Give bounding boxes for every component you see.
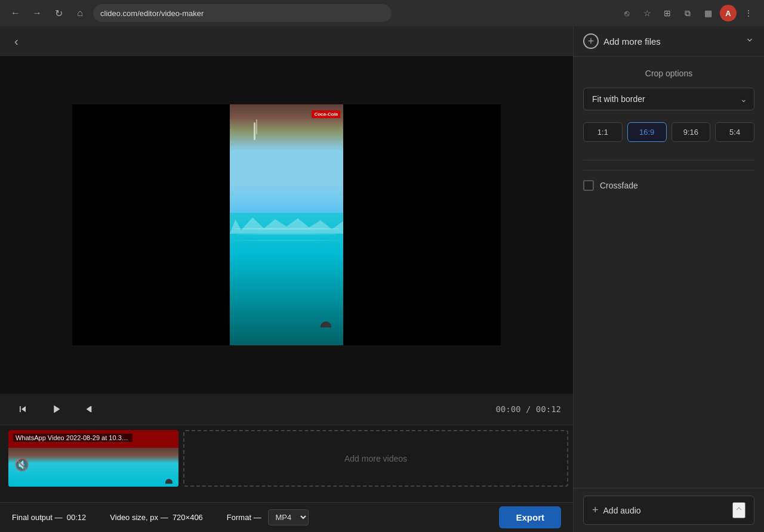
settings-panel: + Add more files Crop options Fit with b…: [573, 26, 764, 532]
share-page-button[interactable]: ⎋: [618, 5, 635, 21]
settings-bottom: + Add audio: [574, 488, 764, 532]
skip-back-button[interactable]: [12, 398, 33, 420]
video-size-value: 720×406: [172, 513, 203, 522]
browser-actions: ⎋ ☆ ⊞ ⧉ ▦ A ⋮: [618, 5, 757, 21]
ratio-5-4-button[interactable]: 5:4: [715, 122, 754, 142]
water-area: [230, 213, 343, 345]
time-display: 00:00 / 00:12: [495, 404, 561, 414]
format-info: Format — MP4 MOV GIF: [227, 509, 309, 525]
add-more-videos-label: Add more videos: [344, 454, 407, 463]
settings-collapse-button[interactable]: [745, 35, 754, 47]
settings-separator-2: [583, 170, 754, 171]
crop-mode-select[interactable]: Fit with border Crop to fill Stretch to …: [583, 88, 754, 110]
time-separator: /: [526, 404, 536, 414]
timeline-area: WhatsApp Video 2022-08-29 at 10.37.33 AM…: [0, 425, 573, 502]
add-audio-label: Add audio: [603, 506, 732, 515]
address-bar[interactable]: clideo.com/editor/video-maker: [93, 4, 392, 22]
audio-plus-icon: +: [592, 504, 599, 516]
crossfade-label: Crossfade: [600, 181, 638, 190]
profile-button[interactable]: A: [720, 5, 737, 21]
final-output-info: Final output — 00:12: [12, 513, 86, 522]
settings-top-bar: + Add more files: [574, 26, 764, 56]
browser-bar: ← → ↻ ⌂ clideo.com/editor/video-maker ⎋ …: [0, 0, 764, 26]
editor-top-bar: ‹: [0, 26, 573, 56]
url-text: clideo.com/editor/video-maker: [100, 9, 204, 18]
app-layout: ‹ Coca-Cola: [0, 26, 764, 532]
export-button[interactable]: Export: [499, 506, 561, 528]
video-content: Coca-Cola: [230, 104, 343, 345]
plus-circle-icon: +: [583, 33, 599, 49]
coca-cola-sign: Coca-Cola: [312, 110, 340, 118]
thumbnail-preview: [8, 448, 178, 487]
crop-options-title: Crop options: [583, 69, 754, 78]
final-output-value: 00:12: [67, 513, 87, 522]
settings-body: Crop options Fit with border Crop to fil…: [574, 57, 764, 488]
play-button[interactable]: [45, 398, 67, 420]
ratio-9-16-button[interactable]: 9:16: [671, 122, 711, 142]
video-canvas: Coca-Cola: [0, 56, 573, 394]
audio-collapse-button[interactable]: [732, 502, 745, 518]
crossfade-checkbox[interactable]: [583, 180, 594, 191]
settings-separator: [583, 160, 754, 160]
add-audio-row: + Add audio: [583, 496, 754, 525]
add-more-files-label: Add more files: [603, 36, 661, 47]
ratio-buttons-group: 1:1 16:9 9:16 5:4: [583, 122, 754, 142]
ratio-1-1-button[interactable]: 1:1: [583, 122, 623, 142]
final-output-label: Final output —: [12, 513, 63, 522]
thumbnail-label: WhatsApp Video 2022-08-29 at 10.37.33 AM…: [13, 434, 133, 442]
multiwindow-button[interactable]: ⧉: [679, 5, 696, 21]
video-preview-area: Coca-Cola: [0, 56, 573, 502]
bottom-bar: Final output — 00:12 Video size, px — 72…: [0, 502, 573, 532]
total-time: 00:12: [536, 404, 561, 414]
format-select[interactable]: MP4 MOV GIF: [268, 509, 309, 525]
ratio-16-9-button[interactable]: 16:9: [627, 122, 667, 142]
menu-button[interactable]: ⋮: [740, 5, 757, 21]
crossfade-row: Crossfade: [583, 180, 754, 191]
editor-panel: ‹ Coca-Cola: [0, 26, 573, 532]
back-nav-button[interactable]: ←: [7, 5, 24, 21]
editor-back-button[interactable]: ‹: [10, 32, 23, 51]
reload-button[interactable]: ↻: [50, 5, 67, 21]
extensions-button[interactable]: ⊞: [659, 5, 676, 21]
video-size-label: Video size, px —: [110, 513, 168, 522]
mute-icon: 🔇: [14, 457, 29, 472]
add-more-files-button[interactable]: + Add more files: [583, 33, 739, 49]
format-label: Format —: [227, 513, 261, 522]
crop-dropdown-container: Fit with border Crop to fill Stretch to …: [583, 88, 754, 110]
add-more-videos-button[interactable]: Add more videos: [183, 430, 568, 487]
forward-nav-button[interactable]: →: [29, 5, 45, 21]
home-button[interactable]: ⌂: [72, 5, 88, 21]
video-frame: Coca-Cola: [72, 104, 501, 345]
video-controls: 00:00 / 00:12: [0, 394, 573, 425]
bookmark-button[interactable]: ☆: [639, 5, 655, 21]
video-size-info: Video size, px — 720×406: [110, 513, 203, 522]
skip-forward-button[interactable]: [79, 398, 100, 420]
current-time: 00:00: [495, 404, 520, 414]
sideview-button[interactable]: ▦: [700, 5, 716, 21]
timeline-thumbnail[interactable]: WhatsApp Video 2022-08-29 at 10.37.33 AM…: [8, 430, 178, 487]
